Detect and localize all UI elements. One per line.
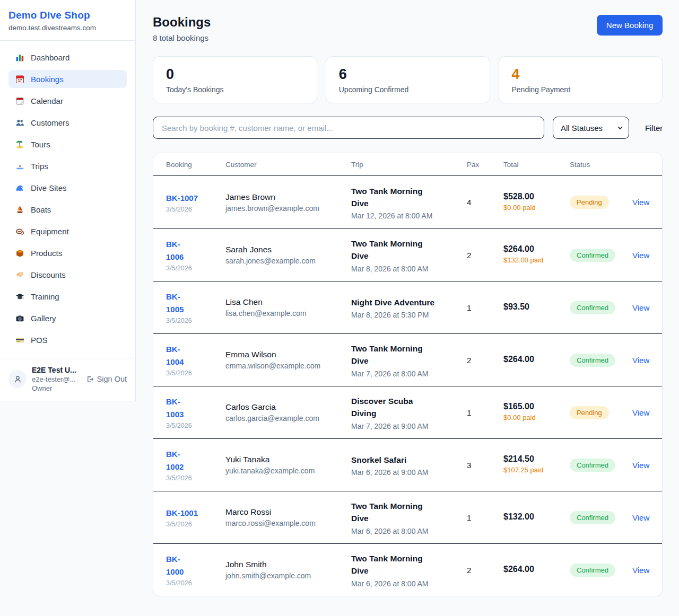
sidebar: Demo Dive Shop demo.test.divestreams.com…	[0, 0, 136, 401]
sidebar-item-trips[interactable]: Trips	[8, 157, 127, 175]
stat-label: Pending Payment	[512, 85, 650, 94]
customer-name: James Brown	[225, 192, 351, 202]
stat-value: 0	[166, 66, 304, 83]
people-icon	[15, 118, 24, 127]
shop-name: Demo Dive Shop	[8, 10, 127, 21]
sidebar-item-label: Calendar	[31, 96, 63, 105]
booking-id-link[interactable]: BK-1007	[166, 192, 225, 205]
paid-amount: $107.25 paid	[503, 465, 570, 476]
view-link[interactable]: View	[632, 356, 649, 365]
total-amount: $165.00	[503, 402, 570, 411]
filter-button[interactable]: Filter	[645, 124, 663, 133]
customer-name: Carlos Garcia	[225, 402, 351, 412]
sidebar-item-customers[interactable]: Customers	[8, 113, 127, 131]
trip-name: Two Tank Morning Dive	[351, 500, 467, 525]
pax-count: 2	[467, 251, 503, 260]
view-link[interactable]: View	[632, 513, 649, 522]
table-row: BK-10073/5/2026 James Brownjames.brown@e…	[153, 176, 662, 228]
status-badge: Confirmed	[570, 249, 615, 262]
table-row: BK- 10043/5/2026 Emma Wilsonemma.wilson@…	[153, 333, 662, 386]
total-amount: $264.00	[503, 355, 570, 364]
sidebar-item-calendar[interactable]: Calendar	[8, 92, 127, 110]
table-row: BK- 10053/5/2026 Lisa Chenlisa.chen@exam…	[153, 281, 662, 333]
table-row: BK- 10063/5/2026 Sarah Jonessarah.jones@…	[153, 228, 662, 281]
trip-datetime: Mar 8, 2026 at 8:00 AM	[351, 265, 467, 273]
sidebar-item-training[interactable]: Training	[8, 287, 127, 305]
credit-card-icon	[15, 335, 24, 345]
booking-date: 3/5/2026	[166, 579, 225, 587]
table-row: BK- 10003/5/2026 John Smithjohn.smith@ex…	[153, 543, 662, 596]
sidebar-item-tours[interactable]: Tours	[8, 135, 127, 153]
sidebar-item-dive-sites[interactable]: Dive Sites	[8, 179, 127, 197]
sidebar-item-gallery[interactable]: Gallery	[8, 309, 127, 327]
stat-card-upcoming-confirmed: 6 Upcoming Confirmed	[326, 56, 490, 103]
trip-datetime: Mar 6, 2026 at 9:00 AM	[351, 468, 467, 477]
status-badge: Confirmed	[570, 354, 615, 367]
sidebar-item-label: Equipment	[31, 227, 69, 236]
status-filter-select[interactable]: All Statuses	[553, 117, 629, 139]
booking-id-link[interactable]: BK-1001	[166, 507, 225, 520]
main-content: Bookings 8 total bookings New Booking 0 …	[136, 0, 679, 613]
booking-id-link[interactable]: BK- 1005	[166, 291, 225, 316]
sidebar-item-dashboard[interactable]: Dashboard	[8, 48, 127, 66]
user-avatar	[8, 370, 27, 388]
booking-date: 3/5/2026	[166, 206, 225, 213]
customer-email: marco.rossi@example.com	[225, 519, 351, 527]
sidebar-item-discounts[interactable]: Discounts	[8, 266, 127, 284]
trip-datetime: Mar 12, 2026 at 8:00 AM	[351, 212, 467, 220]
sidebar-item-label: Discounts	[31, 270, 66, 279]
sidebar-item-pos[interactable]: POS	[8, 331, 127, 349]
sidebar-item-label: Dive Sites	[31, 183, 67, 192]
stat-value: 6	[339, 66, 477, 83]
booking-date: 3/5/2026	[166, 474, 225, 482]
calendar-date-icon: 17	[15, 74, 24, 84]
stat-label: Upcoming Confirmed	[339, 85, 477, 94]
trip-datetime: Mar 7, 2026 at 9:00 AM	[351, 422, 467, 430]
booking-date: 3/5/2026	[166, 317, 225, 324]
total-amount: $264.00	[503, 565, 570, 574]
column-header-total: Total	[503, 161, 570, 169]
sidebar-item-label: Boats	[31, 205, 51, 214]
status-badge: Confirmed	[570, 564, 615, 577]
customer-email: james.brown@example.com	[225, 204, 351, 213]
booking-id-link[interactable]: BK- 1004	[166, 343, 225, 368]
pax-count: 1	[467, 303, 503, 312]
view-link[interactable]: View	[632, 251, 649, 260]
sidebar-item-bookings[interactable]: 17 Bookings	[8, 70, 127, 88]
sign-out-label: Sign Out	[97, 375, 127, 383]
status-badge: Pending	[570, 196, 609, 209]
user-section: E2E Test U... e2e-tester@... Owner Sign …	[0, 358, 135, 401]
trip-datetime: Mar 7, 2026 at 8:00 AM	[351, 369, 467, 378]
booking-id-link[interactable]: BK- 1002	[166, 448, 225, 473]
pax-count: 4	[467, 198, 503, 207]
sidebar-item-boats[interactable]: Boats	[8, 200, 127, 218]
paid-amount: $0.00 paid	[503, 413, 570, 423]
sign-out-button[interactable]: Sign Out	[86, 375, 127, 383]
view-link[interactable]: View	[632, 408, 649, 417]
search-input[interactable]	[153, 117, 544, 139]
customer-name: Sarah Jones	[225, 245, 351, 254]
sidebar-item-products[interactable]: Products	[8, 244, 127, 262]
total-amount: $528.00	[503, 192, 570, 201]
user-name: E2E Test U...	[32, 366, 81, 374]
table-row: BK-10013/5/2026 Marco Rossimarco.rossi@e…	[153, 491, 662, 543]
sidebar-item-label: Training	[31, 292, 59, 301]
view-link[interactable]: View	[632, 198, 649, 207]
brand-block: Demo Dive Shop demo.test.divestreams.com	[0, 0, 135, 41]
new-booking-button[interactable]: New Booking	[597, 15, 663, 36]
status-badge: Pending	[570, 406, 609, 419]
booking-id-link[interactable]: BK- 1006	[166, 238, 225, 263]
view-link[interactable]: View	[632, 461, 649, 470]
pax-count: 3	[467, 461, 503, 470]
stats-row: 0 Today's Bookings 6 Upcoming Confirmed …	[153, 56, 663, 103]
trip-datetime: Mar 6, 2026 at 8:00 AM	[351, 527, 467, 535]
sidebar-item-equipment[interactable]: Equipment	[8, 222, 127, 240]
person-icon	[13, 375, 22, 384]
booking-id-link[interactable]: BK- 1003	[166, 395, 225, 421]
pax-count: 1	[467, 513, 503, 522]
view-link[interactable]: View	[632, 566, 649, 575]
sidebar-item-label: Customers	[31, 118, 69, 127]
view-link[interactable]: View	[632, 303, 649, 312]
page-subtitle: 8 total bookings	[153, 33, 211, 42]
booking-id-link[interactable]: BK- 1000	[166, 553, 225, 578]
